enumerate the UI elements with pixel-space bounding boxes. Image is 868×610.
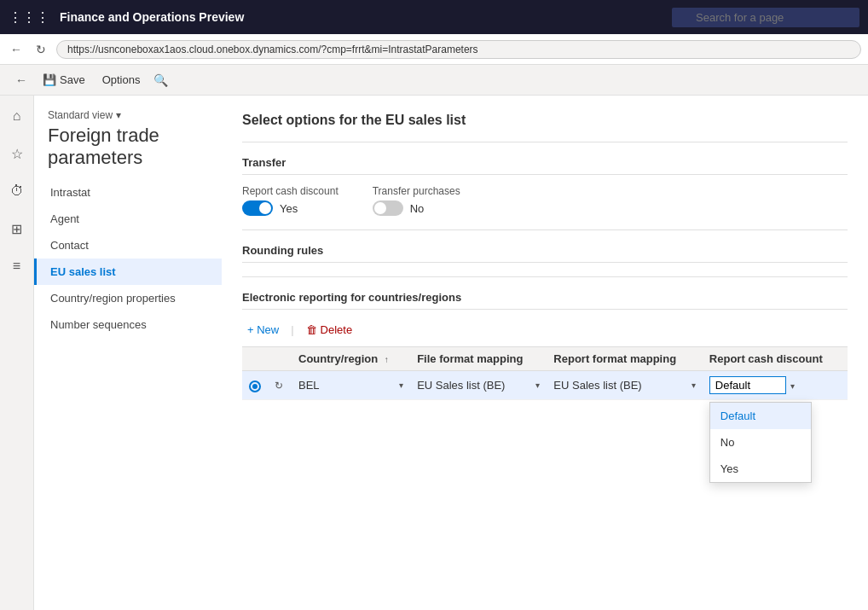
col-header-cash-discount: Report cash discount xyxy=(703,347,848,371)
chevron-down-icon: ▾ xyxy=(116,109,121,121)
file-format-chevron: ▾ xyxy=(535,381,540,390)
standard-view-label: Standard view xyxy=(48,109,113,121)
sidebar-item-number-sequences[interactable]: Number sequences xyxy=(34,311,222,338)
content-area: Select options for the EU sales list Tra… xyxy=(222,96,868,610)
apps-icon[interactable]: ⋮⋮⋮ xyxy=(9,9,49,26)
row-cash-discount[interactable]: ▾ Default No Yes xyxy=(703,371,848,400)
toolbar-separator: | xyxy=(291,323,293,336)
field-row-transfer: Report cash discount Yes Transfer purcha… xyxy=(242,185,848,216)
sidebar-item-eu-sales-list[interactable]: EU sales list xyxy=(34,259,222,285)
transfer-purchases-label: Transfer purchases xyxy=(373,185,460,197)
list-icon[interactable]: ≡ xyxy=(3,253,31,280)
dropdown-item-yes[interactable]: Yes xyxy=(710,456,811,482)
main-layout: ⌂ ☆ ⏱ ⊞ ≡ Standard view ▾ Foreign trade … xyxy=(0,96,868,610)
options-button[interactable]: Options xyxy=(95,70,148,90)
clock-icon[interactable]: ⏱ xyxy=(3,177,31,205)
rounding-rules-label: Rounding rules xyxy=(242,244,848,263)
refresh-button[interactable]: ↻ xyxy=(32,41,49,58)
options-label: Options xyxy=(102,73,141,86)
dropdown-item-default[interactable]: Default xyxy=(710,403,811,429)
transfer-purchases-toggle[interactable] xyxy=(373,200,403,216)
report-format-chevron: ▾ xyxy=(692,381,696,390)
cash-discount-chevron: ▾ xyxy=(790,381,795,390)
divider-1 xyxy=(242,142,848,142)
delete-icon: 🗑 xyxy=(306,323,317,336)
delete-button[interactable]: 🗑 Delete xyxy=(301,320,358,340)
cash-discount-dropdown: Default No Yes xyxy=(709,402,812,483)
star-icon[interactable]: ☆ xyxy=(3,140,31,167)
app-title: Finance and Operations Preview xyxy=(60,10,665,24)
toolbar-back-button[interactable]: ← xyxy=(10,72,32,89)
grid-icon[interactable]: ⊞ xyxy=(3,215,31,242)
dropdown-item-no[interactable]: No xyxy=(710,429,811,456)
home-icon[interactable]: ⌂ xyxy=(3,102,31,130)
search-wrapper: 🔍 xyxy=(672,8,859,27)
col-header-report-format: Report format mapping xyxy=(547,347,702,371)
cash-discount-cell: ▾ Default No Yes xyxy=(709,376,841,394)
toolbar: ← 💾 Save Options 🔍 xyxy=(0,65,868,96)
country-select-cell: BEL ▾ xyxy=(298,379,403,392)
report-format-select-cell: EU Sales list (BE) ▾ xyxy=(553,379,695,392)
data-table: Country/region ↑ File format mapping Rep… xyxy=(242,346,848,400)
address-bar: ← ↻ xyxy=(0,34,868,65)
row-radio[interactable] xyxy=(242,371,268,400)
search-input[interactable] xyxy=(672,8,859,27)
url-bar[interactable] xyxy=(56,40,861,59)
row-refresh[interactable]: ↻ xyxy=(268,371,292,400)
new-button[interactable]: + New xyxy=(242,320,284,340)
col-header-country: Country/region ↑ xyxy=(292,347,410,371)
standard-view-toggle[interactable]: Standard view ▾ xyxy=(48,109,208,121)
back-button[interactable]: ← xyxy=(7,41,26,58)
top-navbar: ⋮⋮⋮ Finance and Operations Preview 🔍 xyxy=(0,0,868,34)
cash-discount-value: Yes xyxy=(280,202,298,215)
save-label: Save xyxy=(60,73,85,86)
transfer-purchases-value: No xyxy=(410,202,425,215)
section-title: Select options for the EU sales list xyxy=(242,113,848,128)
sidebar-item-country-region[interactable]: Country/region properties xyxy=(34,285,222,311)
save-button[interactable]: 💾 Save xyxy=(36,70,92,90)
col-header-radio xyxy=(242,347,268,371)
sidebar-item-agent[interactable]: Agent xyxy=(34,206,222,232)
page-title: Foreign trade parameters xyxy=(48,125,208,169)
field-group-cash-discount: Report cash discount Yes xyxy=(242,185,339,216)
divider-3 xyxy=(242,276,848,277)
file-format-select-cell: EU Sales list (BE) ▾ xyxy=(417,379,540,392)
electronic-reporting-label: Electronic reporting for countries/regio… xyxy=(242,291,848,310)
cash-discount-toggle[interactable] xyxy=(242,200,273,216)
divider-2 xyxy=(242,229,848,230)
sidebar-icons: ⌂ ☆ ⏱ ⊞ ≡ xyxy=(0,96,34,610)
sort-icon[interactable]: ↑ xyxy=(385,355,389,364)
row-country: BEL ▾ xyxy=(292,371,410,400)
cash-discount-input[interactable] xyxy=(709,376,786,394)
refresh-row-icon[interactable]: ↻ xyxy=(275,380,283,392)
transfer-purchases-toggle-row: No xyxy=(373,200,460,216)
field-group-transfer-purchases: Transfer purchases No xyxy=(373,185,460,216)
col-header-file-format: File format mapping xyxy=(410,347,547,371)
radio-filled[interactable] xyxy=(249,381,261,392)
sidebar-item-intrastat[interactable]: Intrastat xyxy=(34,179,222,206)
table-toolbar: + New | 🗑 Delete xyxy=(242,320,848,340)
row-file-format: EU Sales list (BE) ▾ xyxy=(410,371,547,400)
table-row[interactable]: ↻ BEL ▾ EU Sales list (BE) ▾ xyxy=(242,371,848,400)
col-header-refresh xyxy=(268,347,292,371)
toolbar-search-button[interactable]: 🔍 xyxy=(150,70,171,90)
page-title-area: Standard view ▾ Foreign trade parameters xyxy=(34,102,222,179)
cash-discount-label: Report cash discount xyxy=(242,185,339,197)
table-header-row: Country/region ↑ File format mapping Rep… xyxy=(242,347,848,371)
nav-menu: Standard view ▾ Foreign trade parameters… xyxy=(34,96,222,610)
cash-discount-toggle-row: Yes xyxy=(242,200,339,216)
country-chevron: ▾ xyxy=(399,381,403,390)
save-icon: 💾 xyxy=(43,73,56,86)
sidebar-item-contact[interactable]: Contact xyxy=(34,232,222,259)
row-report-format: EU Sales list (BE) ▾ xyxy=(547,371,702,400)
transfer-label: Transfer xyxy=(242,156,848,175)
